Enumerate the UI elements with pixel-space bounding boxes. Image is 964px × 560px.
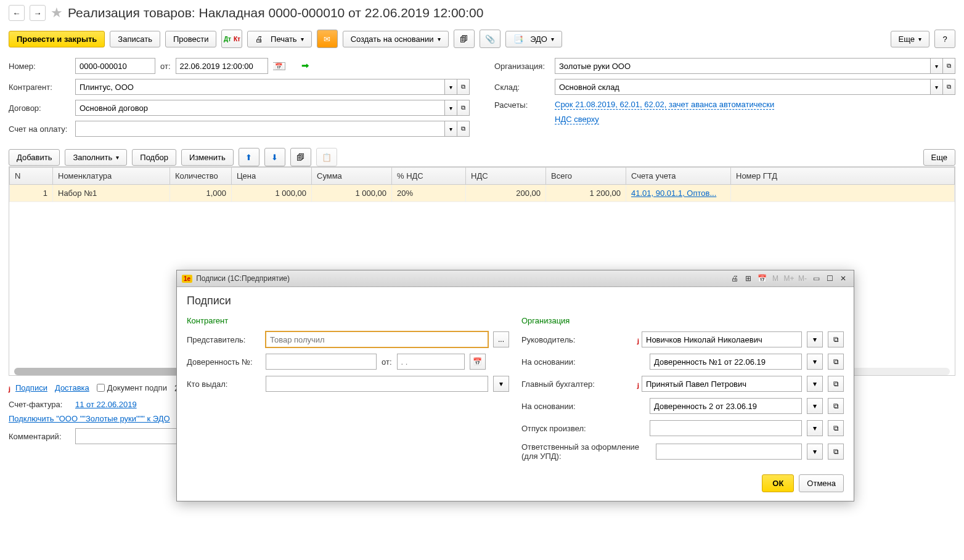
dropdown-icon[interactable]: ▾ [493, 376, 509, 392]
mail-button[interactable]: ✉ [317, 30, 338, 48]
dt-kt-button[interactable]: ДтКт [221, 30, 242, 48]
sklad-input[interactable] [555, 79, 931, 95]
dropdown-icon[interactable]: ▾ [807, 331, 823, 347]
izmenit-button[interactable]: Изменить [181, 149, 234, 166]
provesti-zakryt-button[interactable]: Провести и закрыть [9, 31, 105, 47]
nav-back-button[interactable]: ← [9, 5, 25, 21]
dropdown-icon[interactable]: ▾ [807, 444, 823, 454]
calendar-icon[interactable]: 📅 [273, 62, 285, 70]
copy-button[interactable]: 🗐 [290, 148, 311, 166]
podkluchit-edo-link[interactable]: Подключить "ООО ""Золотые руки""" к ЭДО [9, 414, 170, 423]
ot-input[interactable] [176, 58, 268, 74]
col-gtd[interactable]: Номер ГТД [731, 168, 955, 185]
help-button[interactable]: ? [934, 30, 955, 48]
col-nomen[interactable]: Номенклатура [53, 168, 170, 185]
table-row[interactable]: 1 Набор №1 1,000 1 000,00 1 000,00 20% 2… [10, 185, 955, 202]
doc-signed-checkbox[interactable] [97, 384, 105, 392]
organizatsiya-label: Организация: [494, 62, 550, 71]
col-nds[interactable]: НДС [466, 168, 546, 185]
open-icon[interactable]: ⧉ [828, 331, 844, 347]
app-1c-icon: 1e [182, 275, 192, 283]
glav-buh-input[interactable] [642, 376, 802, 392]
dropdown-icon[interactable]: ▾ [807, 354, 823, 370]
na-osnovanii1-input[interactable] [650, 354, 802, 370]
maximize-icon[interactable]: ☐ [824, 273, 835, 284]
raschety-link[interactable]: Срок 21.08.2019, 62.01, 62.02, зачет ава… [555, 100, 774, 110]
rukovoditel-input[interactable] [642, 331, 802, 347]
dropdown-icon[interactable]: ▾ [931, 58, 943, 74]
open-icon[interactable]: ⧉ [457, 100, 470, 116]
related-button[interactable]: 🗐 [454, 30, 475, 48]
browse-button[interactable]: ... [493, 331, 509, 347]
provesti-button[interactable]: Провести [165, 31, 217, 47]
move-down-button[interactable]: ⬇ [264, 148, 285, 166]
calendar-icon[interactable]: 📅 [470, 354, 486, 370]
nomer-input[interactable] [75, 58, 155, 74]
podpisi-dialog: 1e Подписи (1С:Предприятие) 🖨 ⊞ 📅 M M+ M… [176, 270, 854, 454]
schet-faktura-label: Счет-фактура: [9, 400, 70, 409]
esche-button[interactable]: Еще▾ [891, 31, 929, 47]
dropdown-icon[interactable]: ▾ [445, 121, 457, 137]
table-esche-button[interactable]: Еще [923, 149, 955, 166]
edo-button[interactable]: 📑 ЭДО▾ [505, 31, 562, 47]
dostavka-link[interactable]: Доставка [55, 383, 89, 392]
col-vsego[interactable]: Всего [546, 168, 626, 185]
open-icon[interactable]: ⧉ [457, 121, 470, 137]
raschety-label: Расчеты: [494, 100, 550, 110]
organizatsiya-input[interactable] [555, 58, 931, 74]
dobavit-button[interactable]: Добавить [9, 149, 60, 166]
favorite-star-icon[interactable]: ★ [51, 5, 63, 21]
scheta-link[interactable]: 41.01, 90.01.1, Оптов... [631, 189, 716, 198]
attach-button[interactable]: 📎 [480, 30, 500, 48]
col-summa[interactable]: Сумма [312, 168, 392, 185]
open-icon[interactable]: ⧉ [828, 420, 844, 436]
calc-icon[interactable]: ⊞ [743, 273, 754, 284]
dropdown-icon[interactable]: ▾ [807, 420, 823, 436]
paste-button[interactable]: 📋 [316, 148, 337, 166]
open-icon[interactable]: ⧉ [943, 58, 955, 74]
otpusk-label: Отпуск произвел: [521, 424, 632, 433]
col-ndspct[interactable]: % НДС [392, 168, 466, 185]
close-icon[interactable]: ✕ [838, 273, 849, 284]
open-icon[interactable]: ⧉ [828, 354, 844, 370]
print-icon[interactable]: 🖨 [729, 273, 740, 284]
kontragent-input[interactable] [75, 79, 445, 95]
col-kol[interactable]: Количество [170, 168, 232, 185]
open-icon[interactable]: ⧉ [943, 79, 955, 95]
dialog-wintitle: Подписи (1С:Предприятие) [196, 274, 290, 283]
col-scheta[interactable]: Счета учета [626, 168, 731, 185]
doverennost-date-input[interactable] [397, 354, 465, 370]
dropdown-icon[interactable]: ▾ [807, 376, 823, 392]
na-osnovanii2-input[interactable] [650, 398, 802, 414]
dropdown-icon[interactable]: ▾ [807, 398, 823, 414]
otvetstvenny-input[interactable] [656, 444, 802, 454]
col-cena[interactable]: Цена [232, 168, 312, 185]
sozdat-na-osnovanii-button[interactable]: Создать на основании▾ [343, 31, 449, 47]
open-icon[interactable]: ⧉ [828, 444, 844, 454]
dialog-titlebar[interactable]: 1e Подписи (1С:Предприятие) 🖨 ⊞ 📅 M M+ M… [177, 270, 854, 287]
open-icon[interactable]: ⧉ [457, 79, 470, 95]
minimize-icon[interactable]: ▭ [811, 273, 822, 284]
zapisat-button[interactable]: Записать [110, 31, 160, 47]
dropdown-icon[interactable]: ▾ [445, 100, 457, 116]
schet-oplatu-input[interactable] [75, 121, 445, 137]
dogovor-input[interactable] [75, 100, 445, 116]
open-icon[interactable]: ⧉ [828, 398, 844, 414]
calendar-31-icon[interactable]: 📅 [756, 273, 767, 284]
nav-forward-button[interactable]: → [30, 5, 46, 21]
podpisi-link[interactable]: Подписи [15, 383, 47, 392]
predstavitel-input[interactable] [266, 331, 488, 347]
otpusk-input[interactable] [650, 420, 802, 436]
zapolnit-button[interactable]: Заполнить▾ [65, 149, 127, 166]
move-up-button[interactable]: ⬆ [239, 148, 259, 166]
pechat-button[interactable]: 🖨 Печать▾ [247, 31, 311, 47]
doverennost-no-input[interactable] [266, 354, 377, 370]
schet-faktura-link[interactable]: 11 от 22.06.2019 [75, 400, 137, 409]
dropdown-icon[interactable]: ▾ [445, 79, 457, 95]
open-icon[interactable]: ⧉ [828, 376, 844, 392]
col-n[interactable]: N [10, 168, 53, 185]
nds-link[interactable]: НДС сверху [555, 115, 599, 124]
dropdown-icon[interactable]: ▾ [931, 79, 943, 95]
podbor-button[interactable]: Подбор [132, 149, 176, 166]
kto-vydal-input[interactable] [266, 376, 488, 392]
